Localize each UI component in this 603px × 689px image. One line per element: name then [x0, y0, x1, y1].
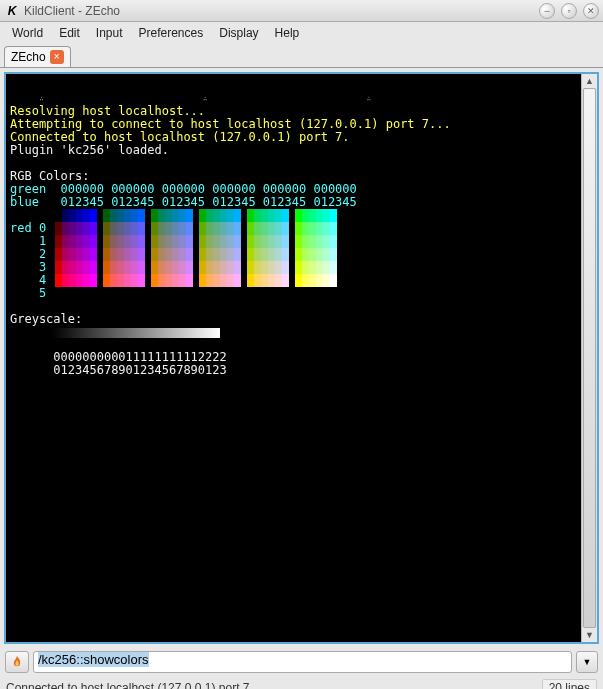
menu-preferences[interactable]: Preferences	[131, 24, 212, 42]
chevron-down-icon: ▼	[583, 657, 592, 667]
green-axis: green 000000 000000 000000 000000 000000…	[10, 182, 357, 196]
tab-close-icon[interactable]: ×	[50, 50, 64, 64]
status-text: Connected to host localhost (127.0.0.1) …	[6, 681, 542, 689]
rgb-cube-block	[295, 209, 337, 287]
rgb-cube-block	[247, 209, 289, 287]
greyscale-bar	[52, 328, 220, 338]
minimize-button[interactable]: –	[539, 3, 555, 19]
blue-axis: blue 012345 012345 012345 012345 012345 …	[10, 195, 357, 209]
rgb-cube-block	[199, 209, 241, 287]
red-axis: 5	[10, 286, 46, 300]
terminal-line: Plugin 'kc256' loaded.	[10, 143, 169, 157]
red-axis: 2	[10, 247, 46, 261]
grey-index-line: 012345678901234567890123	[10, 363, 227, 377]
menu-help[interactable]: Help	[267, 24, 308, 42]
menu-display[interactable]: Display	[211, 24, 266, 42]
menu-edit[interactable]: Edit	[51, 24, 88, 42]
grey-index-line: 000000000011111111112222	[10, 350, 227, 364]
scroll-thumb[interactable]	[583, 88, 596, 628]
terminal-line: Attempting to connect to host localhost …	[10, 117, 451, 131]
send-button[interactable]	[5, 651, 29, 673]
menubar: World Edit Input Preferences Display Hel…	[0, 22, 603, 44]
maximize-button[interactable]: ▫	[561, 3, 577, 19]
status-lines: 20 lines	[542, 679, 597, 689]
terminal-line: Resolving host localhost...	[10, 104, 205, 118]
greyscale-header: Greyscale:	[10, 312, 82, 326]
menu-input[interactable]: Input	[88, 24, 131, 42]
menu-world[interactable]: World	[4, 24, 51, 42]
command-input[interactable]: /kc256::showcolors	[33, 651, 572, 673]
scroll-up-icon[interactable]: ▲	[582, 74, 597, 88]
close-button[interactable]: ✕	[583, 3, 599, 19]
rgb-header: RGB Colors:	[10, 169, 89, 183]
terminal-line: Connected to host localhost (127.0.0.1) …	[10, 130, 350, 144]
scrollbar[interactable]: ▲ ▼	[581, 74, 597, 642]
rgb-cube-block	[103, 209, 145, 287]
red-axis: 3	[10, 260, 46, 274]
history-dropdown-button[interactable]: ▼	[576, 651, 598, 673]
tab-zecho[interactable]: ZEcho ×	[4, 46, 71, 67]
app-icon: K	[4, 3, 20, 19]
red-axis: 1	[10, 234, 46, 248]
window-title: KildClient - ZEcho	[24, 4, 533, 18]
flame-icon	[10, 655, 24, 669]
tab-label: ZEcho	[11, 50, 46, 64]
rgb-cube-block	[55, 209, 97, 287]
rgb-cube-block	[151, 209, 193, 287]
terminal-output: ∴ ∴ ∴ Resolving host localhost... Attemp…	[6, 74, 581, 642]
scroll-down-icon[interactable]: ▼	[582, 628, 597, 642]
command-text: /kc256::showcolors	[38, 652, 149, 667]
red-axis: 4	[10, 273, 46, 287]
red-axis: red 0	[10, 221, 46, 235]
